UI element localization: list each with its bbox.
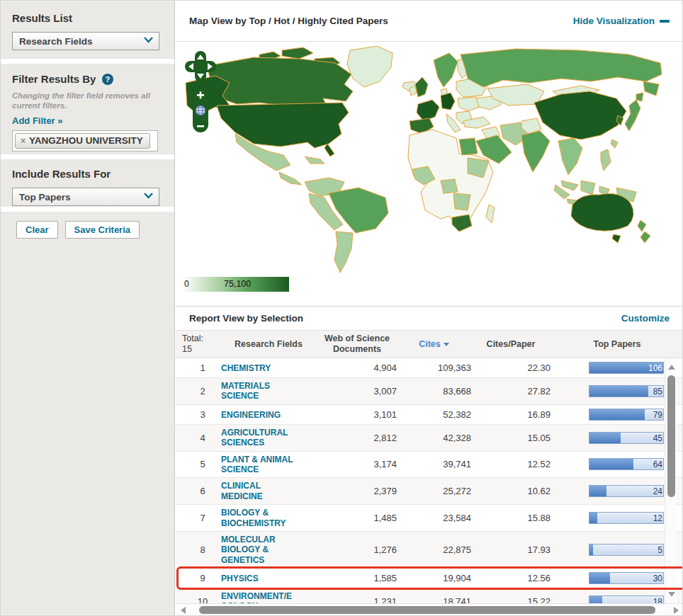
row-rank: 4 [176, 430, 220, 445]
hide-visualization-link[interactable]: Hide Visualization [573, 16, 670, 26]
top-papers-value: 30 [653, 574, 662, 583]
row-documents: 1,585 [317, 571, 397, 586]
research-field-link[interactable]: AGRICULTURAL SCIENCES [221, 428, 293, 448]
total-count: Total: 15 [176, 331, 220, 358]
top-papers-bar-fill [589, 433, 621, 443]
sort-desc-icon [444, 343, 449, 346]
scroll-right-arrow[interactable] [674, 607, 679, 614]
top-papers-value: 85 [653, 387, 662, 397]
add-filter-link[interactable]: Add Filter » [12, 115, 63, 126]
table-body: 1 CHEMISTRY 4,904 109,363 22.30 106 2 MA… [176, 358, 683, 615]
clear-button[interactable]: Clear [16, 221, 58, 239]
filter-box: ×YANGZHOU UNIVERSITY [12, 130, 158, 152]
column-header-cites-per-paper[interactable]: Cites/Paper [471, 336, 551, 353]
map-region: 0 75,100 [176, 42, 683, 307]
results-list-section: Results List Research Fields [1, 1, 174, 59]
chevron-down-icon [142, 35, 154, 47]
horizontal-scrollbar[interactable] [176, 603, 683, 616]
map-zoom-control[interactable] [193, 89, 208, 132]
top-papers-bar-fill [589, 459, 633, 469]
top-papers-bar-fill [589, 409, 645, 420]
top-papers-bar: 106 [589, 362, 664, 374]
column-header-cites[interactable]: Cites [397, 336, 471, 353]
filter-tag[interactable]: ×YANGZHOU UNIVERSITY [15, 133, 150, 149]
row-cites: 23,584 [397, 511, 471, 525]
row-cites-per-paper: 15.05 [471, 430, 551, 445]
top-papers-bar-fill [589, 486, 606, 496]
row-documents: 3,174 [317, 457, 397, 472]
save-criteria-button[interactable]: Save Criteria [65, 221, 140, 239]
sidebar: Results List Research Fields Filter Resu… [1, 1, 175, 616]
remove-filter-icon[interactable]: × [21, 136, 26, 146]
table-row[interactable]: 7 BIOLOGY & BIOCHEMISTRY 1,485 23,584 15… [176, 505, 683, 532]
research-field-link[interactable]: PHYSICS [221, 574, 259, 583]
row-documents: 2,379 [317, 484, 397, 498]
row-cites: 52,382 [397, 407, 471, 422]
row-cites: 39,741 [397, 457, 471, 472]
row-documents: 1,485 [317, 511, 397, 525]
map-color-legend: 0 75,100 [183, 277, 289, 292]
results-list-selected-value: Research Fields [19, 36, 142, 47]
research-field-link[interactable]: ENGINEERING [221, 410, 281, 420]
table-row[interactable]: 2 MATERIALS SCIENCE 3,007 83,668 27.82 8… [176, 378, 683, 405]
research-field-link[interactable]: PLANT & ANIMAL SCIENCE [221, 455, 293, 475]
top-papers-value: 64 [653, 460, 662, 469]
column-header-documents[interactable]: Web of Science Documents [317, 331, 397, 358]
map-view-title: Map View by Top / Hot / Highly Cited Pap… [189, 16, 573, 26]
top-papers-bar: 24 [589, 485, 664, 497]
vertical-scrollbar[interactable] [665, 358, 677, 603]
include-results-select[interactable]: Top Papers [12, 188, 159, 206]
table-header-row: Total: 15 Research Fields Web of Science… [176, 330, 683, 358]
legend-min-value: 0 [184, 279, 189, 289]
top-papers-bar: 45 [589, 432, 664, 444]
legend-max-value: 75,100 [224, 279, 251, 289]
top-papers-bar: 79 [589, 409, 664, 421]
report-view-header: Report View by Selection Customize [176, 307, 683, 330]
world-map[interactable] [176, 42, 683, 275]
column-header-top-papers[interactable]: Top Papers [551, 336, 683, 353]
vertical-scrollbar-thumb[interactable] [667, 375, 675, 497]
map-view-header: Map View by Top / Hot / Highly Cited Pap… [176, 1, 683, 42]
table-row[interactable]: 8 MOLECULAR BIOLOGY & GENETICS 1,276 22,… [176, 532, 683, 569]
sidebar-actions: Clear Save Criteria [1, 212, 174, 616]
table-row[interactable]: 1 CHEMISTRY 4,904 109,363 22.30 106 [176, 358, 683, 378]
row-cites-per-paper: 27.82 [471, 384, 551, 399]
row-rank: 7 [176, 511, 220, 525]
row-rank: 5 [176, 457, 220, 472]
research-field-link[interactable]: MOLECULAR BIOLOGY & GENETICS [221, 535, 293, 565]
horizontal-scrollbar-thumb[interactable] [199, 606, 655, 614]
row-cites-per-paper: 22.30 [471, 360, 551, 375]
row-cites-per-paper: 12.56 [471, 571, 551, 586]
table-row[interactable]: 6 CLINICAL MEDICINE 2,379 25,272 10.62 2… [176, 478, 683, 505]
row-cites-per-paper: 15.88 [471, 511, 551, 525]
include-results-selected-value: Top Papers [19, 192, 142, 203]
chevron-down-icon [142, 190, 154, 203]
research-field-link[interactable]: CLINICAL MEDICINE [221, 481, 293, 501]
top-papers-bar-fill [589, 573, 610, 583]
table-row[interactable]: 4 AGRICULTURAL SCIENCES 2,812 42,328 15.… [176, 425, 683, 452]
row-cites: 19,904 [397, 571, 471, 586]
customize-link[interactable]: Customize [621, 313, 670, 324]
help-icon[interactable]: ? [102, 74, 113, 85]
scroll-up-arrow[interactable] [668, 365, 675, 370]
filter-tag-label: YANGZHOU UNIVERSITY [29, 135, 143, 146]
scroll-down-arrow[interactable] [668, 592, 675, 597]
row-cites-per-paper: 17.93 [471, 542, 551, 557]
research-field-link[interactable]: CHEMISTRY [221, 363, 271, 373]
table-row[interactable]: 5 PLANT & ANIMAL SCIENCE 3,174 39,741 12… [176, 452, 683, 479]
table-row[interactable]: 3 ENGINEERING 3,101 52,382 16.89 79 [176, 405, 683, 425]
table-row[interactable]: 9 PHYSICS 1,585 19,904 12.56 30 [176, 569, 683, 588]
research-field-link[interactable]: BIOLOGY & BIOCHEMISTRY [221, 508, 293, 528]
row-documents: 3,101 [317, 407, 397, 422]
row-documents: 3,007 [317, 384, 397, 399]
results-list-select[interactable]: Research Fields [12, 32, 159, 50]
row-cites: 25,272 [397, 484, 471, 498]
minus-icon [660, 20, 670, 23]
column-header-research-fields[interactable]: Research Fields [220, 336, 317, 353]
map-pan-control[interactable] [185, 51, 216, 82]
research-field-link[interactable]: MATERIALS SCIENCE [221, 381, 293, 401]
scroll-left-arrow[interactable] [181, 607, 186, 614]
map-controls [184, 50, 217, 137]
top-papers-value: 79 [653, 410, 662, 420]
row-documents: 2,812 [317, 430, 397, 445]
